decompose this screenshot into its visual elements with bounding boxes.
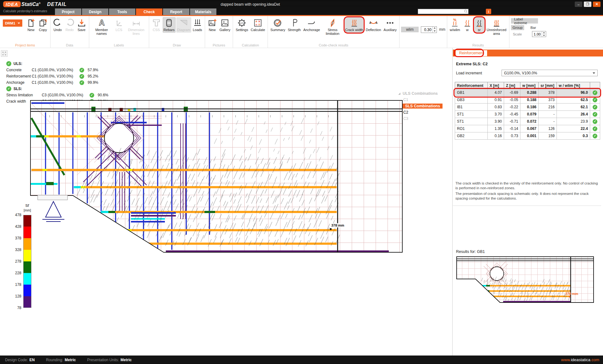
- table-row-st1[interactable]: ST13.90-0.710.072-23.9✓: [455, 118, 600, 125]
- legend-tick: 278: [9, 259, 21, 264]
- dimension-lines-icon: [132, 18, 141, 28]
- save-button[interactable]: Save: [76, 17, 87, 33]
- check-ok-icon: ✓: [593, 134, 597, 138]
- w-wlim-icon: %: [450, 18, 459, 28]
- tab-reinforcement[interactable]: Reinforcement: [456, 50, 487, 56]
- summary-row: AnchorageC1 (G100.0%, V100.0%)✓99.9%: [6, 79, 108, 86]
- tab-materials[interactable]: Materials: [190, 8, 216, 15]
- search-box: [418, 9, 469, 14]
- legend-tick: 378: [9, 236, 21, 240]
- ribbon-group-labels: AMember namesLCSDimension linesLabels: [89, 16, 149, 48]
- close-button[interactable]: ✕: [593, 2, 600, 7]
- table-row-ib1[interactable]: IB10.83-0.220.18621662.1✓: [455, 104, 600, 111]
- deflection-button[interactable]: Deflection: [365, 17, 382, 33]
- tab-design[interactable]: Design: [82, 8, 108, 15]
- window-controls: – ❐ ✕: [575, 2, 600, 7]
- w-wlim-button[interactable]: %w/wlim: [449, 17, 461, 33]
- tab-tools[interactable]: Tools: [109, 8, 135, 15]
- settings-icon: </>: [237, 18, 247, 28]
- calculate-icon: +×÷=: [253, 18, 263, 28]
- legend-band: [23, 296, 31, 308]
- tab-project[interactable]: Project: [55, 8, 81, 15]
- tree-item-c2[interactable]: C2: [398, 109, 450, 115]
- ribbon-tabs: ProjectDesignToolsCheckReportMaterials: [55, 8, 216, 15]
- group-button[interactable]: Group: [511, 25, 524, 30]
- tree-item-uls-combinations[interactable]: ULS Combinations: [398, 90, 450, 97]
- new-button[interactable]: New: [207, 17, 218, 33]
- member-names-button[interactable]: AMember names: [91, 17, 113, 36]
- loads-button[interactable]: Loads: [192, 17, 203, 33]
- anchorage-button[interactable]: Anchorage: [302, 17, 321, 33]
- fit-view-button[interactable]: [1, 50, 8, 57]
- spin-up-icon[interactable]: [542, 31, 546, 34]
- minimize-button[interactable]: –: [575, 2, 582, 7]
- sr-button[interactable]: sr: [474, 17, 485, 33]
- check-ok-icon: ✓: [593, 105, 597, 110]
- crack-width-icon: [350, 18, 359, 28]
- search-input[interactable]: [418, 9, 464, 13]
- crack-width-notes: The crack width is checked in the vicini…: [455, 181, 599, 202]
- summary-button[interactable]: Summary: [269, 17, 286, 33]
- legend-band: [23, 250, 31, 261]
- ribbon: DRM1NewCopyProject itemsUndoRedoSaveData…: [0, 15, 603, 48]
- wlim-spinner[interactable]: 0.30: [421, 26, 437, 33]
- unreinforced-area-button[interactable]: Unreinforced area: [486, 17, 508, 36]
- table-row-gb1[interactable]: GB14.07-0.690.28837896.0✓: [455, 89, 600, 96]
- tree-item-c3[interactable]: C3: [398, 115, 450, 122]
- picture-new-icon: [208, 18, 217, 28]
- table-row-gb3[interactable]: GB30.91-0.050.18837362.5✓: [455, 96, 600, 104]
- info-button[interactable]: i: [486, 9, 491, 14]
- unreinforced-area-icon: [492, 18, 501, 28]
- table-row-gb2[interactable]: GB20.160.730.0011590.3✓: [455, 132, 600, 140]
- tree-item-sls-combinations[interactable]: SLS Combinations: [398, 103, 450, 109]
- wlim-button[interactable]: wlim: [401, 27, 419, 32]
- divider: [453, 206, 601, 206]
- project-item-selector[interactable]: DRM1: [3, 19, 22, 27]
- svg-text:378 mm: 378 mm: [331, 223, 344, 227]
- spin-down-icon[interactable]: [542, 34, 546, 37]
- calculate-button[interactable]: +×÷=Calculate: [250, 17, 266, 33]
- spin-down-icon[interactable]: [433, 29, 437, 33]
- beam-drawing[interactable]: 378 mm: [30, 100, 404, 256]
- undo-button[interactable]: Undo: [52, 17, 63, 33]
- stress-limitation-button[interactable]: Stress limitation: [322, 17, 344, 36]
- check-ok-icon: ✓: [593, 119, 597, 124]
- svg-text:÷: ÷: [255, 23, 257, 26]
- wlim-value[interactable]: 0.30: [421, 27, 432, 33]
- svg-text:=: =: [258, 23, 260, 26]
- tab-check[interactable]: Check: [136, 8, 162, 15]
- check-ok-icon: ✓: [593, 126, 597, 131]
- ribbon-group-pictures: NewGalleryPictures: [205, 16, 233, 48]
- website-link[interactable]: www.ideastatica .com: [561, 356, 599, 364]
- w-button[interactable]: w: [462, 17, 473, 33]
- tree-item-c1[interactable]: C1: [398, 97, 450, 103]
- new-document-icon: [26, 18, 36, 28]
- table-row-st1[interactable]: ST13.70-0.450.079-26.4✓: [455, 111, 600, 118]
- summary-row: ConcreteC1 (G100.0%, V100.0%)✓57.9%: [6, 67, 108, 73]
- expander-icon[interactable]: [398, 93, 400, 95]
- check-ok-icon: ✓: [6, 61, 11, 66]
- crack-width-button[interactable]: Crack width: [344, 17, 364, 33]
- settings-button[interactable]: </>Settings: [235, 17, 249, 33]
- strength-button[interactable]: Strength: [287, 17, 302, 33]
- maximize-button[interactable]: ❐: [584, 2, 591, 7]
- rebars-button[interactable]: Rebars: [163, 17, 176, 33]
- scale-spinner[interactable]: 1.00: [532, 31, 546, 37]
- drawing-canvas[interactable]: ✓ULS:ConcreteC1 (G100.0%, V100.0%)✓57.9%…: [0, 48, 453, 356]
- label-extreme-button[interactable]: Label extreme: [511, 18, 538, 24]
- copy-button[interactable]: Copy: [37, 17, 49, 33]
- tab-report[interactable]: Report: [163, 8, 189, 15]
- check-summary: ✓ULS:ConcreteC1 (G100.0%, V100.0%)✓57.9%…: [6, 61, 108, 104]
- ribbon-group-wlim: wlim 0.30 mm: [399, 16, 447, 48]
- auxiliary-button[interactable]: Auxiliary: [383, 17, 398, 33]
- status-rounding: Rounding:Metric: [46, 358, 76, 362]
- diagram-button: Diagram: [176, 17, 191, 33]
- table-row-ro1[interactable]: RO11.35-0.140.06712622.4✓: [455, 125, 600, 132]
- spin-up-icon[interactable]: [433, 27, 437, 30]
- load-increment-select[interactable]: G100.0%, V100.0%: [502, 70, 598, 76]
- gallery-button[interactable]: Gallery: [219, 17, 231, 33]
- scale-value[interactable]: 1.00: [532, 31, 542, 37]
- bar-button[interactable]: Bar: [529, 26, 536, 29]
- new-button[interactable]: New: [25, 17, 37, 33]
- search-icon[interactable]: [464, 9, 468, 14]
